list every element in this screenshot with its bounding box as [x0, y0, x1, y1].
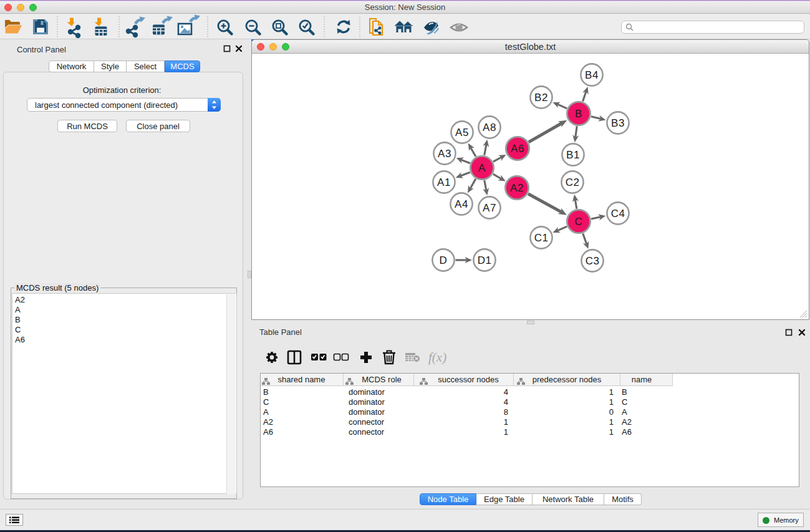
svg-text:B2: B2: [534, 92, 548, 104]
svg-text:B: B: [575, 108, 582, 120]
svg-text:A6: A6: [511, 143, 524, 155]
svg-text:C4: C4: [611, 208, 625, 220]
svg-text:A1: A1: [437, 177, 451, 188]
svg-text:C2: C2: [566, 177, 580, 188]
svg-text:A4: A4: [455, 198, 468, 210]
svg-text:A2: A2: [510, 182, 524, 194]
svg-text:C3: C3: [586, 255, 600, 267]
svg-text:A7: A7: [483, 202, 496, 214]
svg-text:B3: B3: [611, 117, 625, 129]
svg-text:C1: C1: [534, 232, 549, 244]
svg-text:D1: D1: [478, 254, 492, 266]
svg-text:B4: B4: [585, 69, 599, 81]
svg-text:A: A: [478, 162, 486, 174]
svg-text:B1: B1: [566, 149, 580, 161]
svg-text:C: C: [575, 216, 583, 228]
svg-text:A3: A3: [438, 148, 451, 160]
svg-text:A5: A5: [455, 127, 469, 138]
svg-text:A8: A8: [483, 122, 496, 133]
svg-text:D: D: [440, 254, 448, 266]
svg-text:f(x): f(x): [428, 350, 446, 365]
